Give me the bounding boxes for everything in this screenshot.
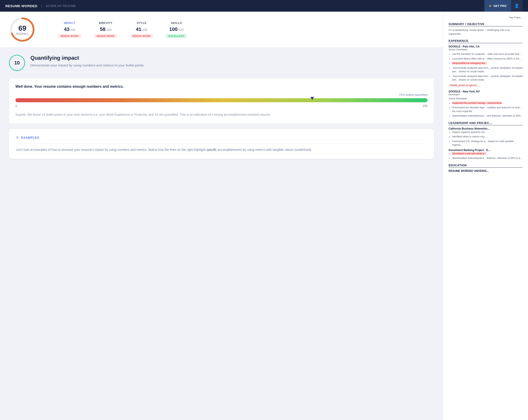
resume-summary-title: SUMMARY / OBJECTIVE	[449, 22, 523, 26]
resume-leadership-bullets-2: Developed a sell-side ideas p... Spearhe…	[449, 152, 523, 160]
resume-job-2: GOOGLE - New York, NY Developer Junior D…	[449, 90, 523, 118]
resume-bullets-2: Supported the product manag... requireme…	[449, 101, 523, 118]
bullet-text: Spearheaded redevelopment... features, r…	[452, 157, 522, 159]
header-left: RESUME WORDED | SCORE MY RESUME	[5, 4, 76, 8]
overall-score-number: 69	[16, 24, 29, 32]
impact-header: 10 Quantifying impact Demonstrate your i…	[9, 55, 434, 71]
deleted-text: –Made great progress...	[449, 84, 523, 87]
overall-score: 69 OVERALL	[9, 16, 36, 43]
impact-info: Quantifying impact Demonstrate your impa…	[30, 55, 144, 68]
bullet-text: Led the transition to a paperle... safer…	[452, 53, 521, 55]
category-brevity-score: 58/100	[100, 26, 111, 32]
bullet-text: Helped organize quarterly net...	[452, 131, 486, 133]
progress-marker	[311, 97, 314, 100]
get-pro-button[interactable]: ★ GET PRO	[484, 0, 511, 12]
category-skills-score: 100/100	[169, 26, 183, 32]
progress-bar-track	[15, 98, 428, 102]
bullet-item: Responsible for managing the...	[452, 61, 523, 65]
header-divider: |	[41, 4, 42, 8]
resume-summary-text: I'm a hardworking, results-driven... cha…	[449, 28, 523, 36]
category-brevity: BREVITY 58/100 NEEDS WORK	[95, 21, 117, 38]
resume-role-2b: Junior Developer	[449, 97, 523, 100]
score-text: 69 OVERALL	[16, 24, 29, 35]
progress-start: 0	[15, 104, 17, 108]
user-profile-button[interactable]: 👤	[511, 0, 523, 12]
category-skills-badge: EXCELLENT	[166, 34, 186, 38]
resume-role-1: Senior Developer	[449, 48, 523, 51]
bullet-item: -Successfully analyzed data from... prod…	[452, 74, 523, 82]
user-icon: 👤	[514, 3, 519, 8]
score-circle: 69 OVERALL	[9, 16, 36, 43]
star-icon: ★	[489, 4, 492, 8]
examples-text-before: Let's look at examples of how to increas…	[16, 148, 206, 152]
resume-company-1: GOOGLE - Palo Alto, CA	[449, 45, 523, 48]
resume-edu-company: RESUME WORDED UNIVERSI...	[449, 169, 523, 172]
bullet-text: Overhauled the obsolete lega... usabilit…	[452, 106, 522, 113]
resume-leadership-company-2: Investment Banking Project - E...	[449, 149, 523, 152]
progress-section: Well done. Your resume contains enough n…	[9, 78, 434, 123]
resume-leadership-2: Investment Banking Project - E... Develo…	[449, 149, 523, 160]
resume-leadership-title: LEADERSHIP AND PROJEC...	[449, 121, 523, 125]
impact-score-badge: 10	[9, 55, 25, 71]
bullet-item: Overhauled the obsolete lega... usabilit…	[452, 106, 523, 113]
examples-body: Let's look at examples of how to increas…	[16, 147, 427, 153]
header-subtitle: SCORE MY RESUME	[46, 4, 76, 8]
left-panel: 69 OVERALL IMPACT 43/100 NEEDS WORK BREV…	[0, 12, 443, 420]
resume-leadership-bullets-1: Helped organize quarterly net... Identif…	[449, 130, 523, 147]
category-impact-badge: NEEDS WORK	[59, 34, 81, 38]
category-style-badge: NEEDS WORK	[131, 34, 153, 38]
bullet-text-highlighted-red: Supported the product manag... requireme…	[452, 102, 502, 104]
bullet-text: -Successfully analyzed data from... prod…	[452, 75, 523, 81]
resume-company-2: GOOGLE - New York, NY	[449, 90, 523, 93]
examples-header: ≡ EXAMPLES	[16, 135, 427, 144]
app-logo: RESUME WORDED	[5, 4, 37, 8]
bullet-item: Supported the product manag... requireme…	[452, 101, 523, 105]
progress-range: 0 100	[15, 104, 428, 108]
get-pro-label: GET PRO	[493, 4, 506, 8]
progress-end: 100	[422, 104, 428, 108]
category-skills: SKILLS 100/100 EXCELLENT	[166, 21, 186, 38]
examples-italic: specific	[206, 148, 217, 152]
content-area: 10 Quantifying impact Demonstrate your i…	[0, 48, 443, 166]
category-impact-label: IMPACT	[64, 21, 75, 25]
bullet-item: Spearheaded redevelopment... features, r…	[452, 156, 523, 160]
well-done-message: Well done. Your resume contains enough n…	[15, 84, 428, 89]
bullet-item: Led the transition to a paperle... safer…	[452, 52, 523, 56]
resume-job-1: GOOGLE - Palo Alto, CA Senior Developer …	[449, 45, 523, 87]
category-style: STYLE 41/100 NEEDS WORK	[131, 21, 153, 38]
impact-title: Quantifying impact	[30, 55, 144, 61]
examples-list-icon: ≡	[16, 135, 19, 140]
category-brevity-badge: NEEDS WORK	[95, 34, 117, 38]
bullet-text-highlighted-red: Developed a sell-side ideas p...	[452, 152, 486, 155]
bullet-item: -Successfully analyzed data from... prod…	[452, 66, 523, 73]
examples-text-after: accomplishments by using metrics with ta…	[217, 148, 312, 152]
header-right: ★ GET PRO 👤	[484, 0, 523, 12]
resume-leadership-1: California Business Networkin... Helped …	[449, 127, 523, 147]
category-brevity-label: BREVITY	[99, 21, 112, 25]
resume-experience-title: EXPERIENCE	[449, 39, 523, 43]
score-bar: 69 OVERALL IMPACT 43/100 NEEDS WORK BREV…	[0, 12, 443, 48]
bullet-text: Spearheaded redevelopment... new feature…	[452, 114, 523, 117]
resume-preview-panel: San Franc... SUMMARY / OBJECTIVE I'm a h…	[443, 12, 528, 420]
progress-percent-label: 72% bullets quantified	[15, 93, 428, 96]
bullet-item: Overhauled U.K. strategy for a... based …	[452, 139, 523, 147]
bullet-text-highlighted-red: Responsible for managing the...	[452, 62, 487, 64]
resume-leadership-company-1: California Business Networkin...	[449, 127, 523, 130]
score-categories: IMPACT 43/100 NEEDS WORK BREVITY 58/100 …	[59, 21, 434, 38]
examples-section: ≡ EXAMPLES Let's look at examples of how…	[9, 129, 434, 159]
resume-education-title: EDUCATION	[449, 164, 523, 168]
bullet-item: Helped organize quarterly net...	[452, 130, 523, 134]
category-impact: IMPACT 43/100 NEEDS WORK	[59, 21, 81, 38]
category-impact-score: 43/100	[64, 26, 76, 32]
overall-score-label: OVERALL	[16, 32, 29, 35]
main-layout: 69 OVERALL IMPACT 43/100 NEEDS WORK BREV…	[0, 12, 528, 420]
bullet-item: Spearheaded redevelopment... new feature…	[452, 114, 523, 118]
bullet-item: Developed a sell-side ideas p...	[452, 152, 523, 156]
score-divider	[47, 18, 47, 41]
impact-description: Demonstrate your impact by using numbers…	[30, 63, 144, 68]
resume-location: San Franc...	[449, 16, 523, 19]
bullet-text: -Successfully analyzed data from... prod…	[452, 66, 523, 73]
examples-title: EXAMPLES	[21, 136, 39, 139]
bullet-item: Identified steps to reduce retu...	[452, 135, 523, 139]
category-style-label: STYLE	[137, 21, 147, 25]
